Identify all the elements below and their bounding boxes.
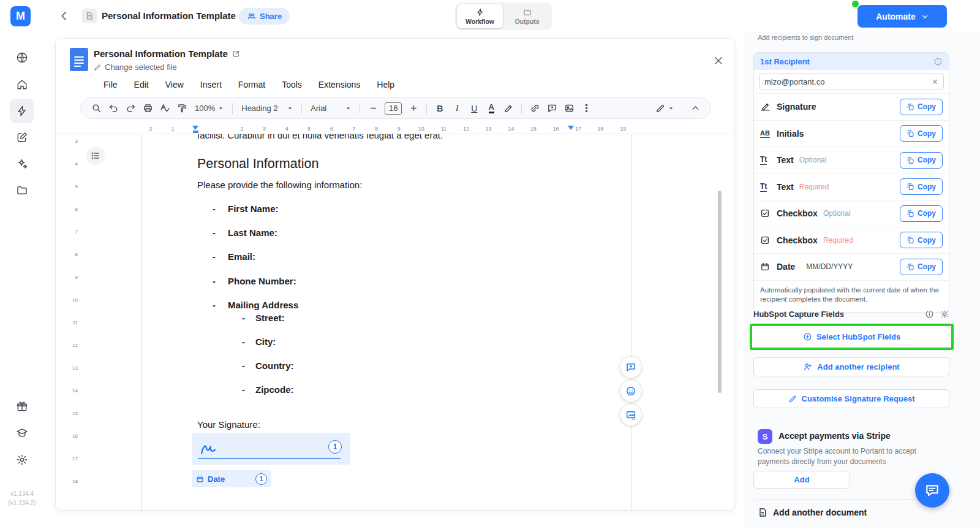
pencil-icon <box>94 64 101 71</box>
add-another-recipient-button[interactable]: Add another recipient <box>753 357 949 376</box>
add-comment-button-toolbar[interactable] <box>544 101 560 116</box>
horizontal-ruler[interactable]: 2 1 2345678910111213141516171819 <box>56 124 735 134</box>
redo-button[interactable] <box>123 101 138 116</box>
list-dash: - <box>213 300 228 310</box>
doc-scrollbar[interactable] <box>718 191 722 393</box>
add-another-document-button[interactable]: Add another document <box>758 508 867 517</box>
ruler-number: 2 <box>240 126 243 132</box>
paragraph-style-select[interactable]: Heading 2 <box>238 101 296 116</box>
sidebar-item-workflows[interactable] <box>10 99 34 123</box>
text-color-button[interactable]: A <box>483 101 499 116</box>
insert-link-button[interactable] <box>527 101 543 116</box>
menu-format[interactable]: Format <box>238 80 265 89</box>
sidebar-item-settings[interactable] <box>10 447 34 472</box>
change-selected-file-button[interactable]: Change selected file <box>94 63 177 72</box>
signature-line <box>198 458 341 459</box>
vertical-ruler-number: 18 <box>72 479 78 484</box>
add-document-label: Add another document <box>773 508 867 517</box>
print-button[interactable] <box>140 101 156 116</box>
insert-image-button[interactable] <box>561 101 577 116</box>
open-external-icon[interactable] <box>232 50 240 58</box>
sidebar-item-files[interactable] <box>10 178 34 202</box>
left-indent-marker[interactable] <box>192 126 198 130</box>
emoji-reaction-button[interactable] <box>620 380 642 402</box>
menu-view[interactable]: View <box>165 80 184 89</box>
undo-button[interactable] <box>105 101 121 116</box>
increase-font-size-button[interactable] <box>405 101 421 116</box>
tab-outputs[interactable]: Outputs <box>504 4 550 28</box>
automate-button[interactable]: Automate <box>858 5 947 28</box>
copy-checkbox-required-button[interactable]: Copy <box>900 232 943 248</box>
document-page[interactable]: facilisi. Curabitur in dui et nulla vene… <box>141 134 631 511</box>
recipient-email-input[interactable]: mizo@portant.co ✕ <box>759 74 944 89</box>
select-hubspot-fields-button[interactable]: Select HubSpot Fields <box>752 326 951 348</box>
share-button[interactable]: Share <box>239 8 290 25</box>
font-size-input[interactable]: 16 <box>385 102 402 115</box>
document-outline-button[interactable] <box>86 147 105 165</box>
page-title: Personal Information Template <box>102 10 236 21</box>
calendar-icon <box>196 475 204 483</box>
copy-text-required-button[interactable]: Copy <box>900 178 943 195</box>
signature-field[interactable]: 1 <box>192 433 350 465</box>
stripe-add-button[interactable]: Add <box>753 471 850 489</box>
suggest-edit-button[interactable] <box>620 404 642 426</box>
copy-icon <box>907 210 914 218</box>
clear-email-icon[interactable]: ✕ <box>932 77 938 86</box>
date-field[interactable]: Date 1 <box>192 470 271 487</box>
field-label: Checkbox <box>777 235 818 245</box>
menu-tools[interactable]: Tools <box>282 80 302 89</box>
right-indent-marker[interactable] <box>568 126 574 130</box>
doc-field-label: Zipcode: <box>255 384 294 395</box>
copy-initials-button[interactable]: Copy <box>900 125 943 142</box>
sidebar-item-learn[interactable] <box>10 421 34 445</box>
menu-file[interactable]: File <box>104 80 118 89</box>
zoom-select[interactable]: 100% <box>191 101 227 116</box>
field-row-text-required: Tt Text Required Copy <box>754 173 949 200</box>
vertical-ruler-number: 12 <box>72 343 78 348</box>
hanging-indent-marker[interactable] <box>193 131 198 133</box>
signature-icon <box>760 102 777 112</box>
recipient-info-icon[interactable] <box>933 57 943 66</box>
add-comment-button[interactable] <box>620 356 642 378</box>
toolbar-separator <box>426 103 427 114</box>
italic-button[interactable]: I <box>449 101 465 116</box>
bold-button[interactable]: B <box>432 101 448 116</box>
list-dash: - <box>213 276 228 286</box>
sidebar-item-rewards[interactable] <box>10 394 34 419</box>
hubspot-settings-icon[interactable] <box>940 310 949 319</box>
decrease-font-size-button[interactable] <box>365 101 381 116</box>
font-select[interactable]: Arial <box>307 101 355 116</box>
copy-signature-button[interactable]: Copy <box>900 99 943 115</box>
editing-mode-select[interactable] <box>652 101 677 116</box>
more-options-button[interactable]: ⋮ <box>578 101 594 116</box>
search-button[interactable] <box>88 101 104 116</box>
edit-mode-pencil-icon <box>655 104 665 113</box>
underline-button[interactable]: U <box>466 101 482 116</box>
copy-date-button[interactable]: Copy <box>900 259 943 275</box>
sidebar-item-compose[interactable] <box>10 125 34 150</box>
menu-help[interactable]: Help <box>377 80 394 89</box>
copy-text-optional-button[interactable]: Copy <box>900 152 943 169</box>
highlight-color-button[interactable] <box>500 101 516 116</box>
sidebar-item-globe[interactable] <box>10 45 34 70</box>
customise-signature-request-button[interactable]: Customise Signature Request <box>753 389 949 408</box>
paint-format-button[interactable] <box>174 101 190 116</box>
hubspot-title: HubSpot Capture Fields <box>753 310 844 319</box>
sidebar-item-ai[interactable] <box>10 151 34 176</box>
tab-workflow[interactable]: Workflow <box>457 4 503 28</box>
menu-edit[interactable]: Edit <box>134 80 149 89</box>
hubspot-info-icon[interactable] <box>925 310 934 319</box>
sidebar-item-home[interactable] <box>10 72 34 97</box>
field-row-date: Date MM/DD/YYYY Copy <box>754 253 949 280</box>
close-button[interactable] <box>711 53 726 68</box>
collapse-toolbar-button[interactable] <box>687 101 703 116</box>
people-icon <box>247 12 256 21</box>
doc-field-item: -Mailing Address <box>213 300 298 310</box>
back-button[interactable] <box>57 9 72 23</box>
menu-extensions[interactable]: Extensions <box>318 80 360 89</box>
chat-support-button[interactable] <box>915 473 949 508</box>
spellcheck-button[interactable] <box>157 101 173 116</box>
copy-checkbox-optional-button[interactable]: Copy <box>900 205 943 222</box>
menu-insert[interactable]: Insert <box>200 80 222 89</box>
doc-field-item: -Email: <box>213 251 255 262</box>
